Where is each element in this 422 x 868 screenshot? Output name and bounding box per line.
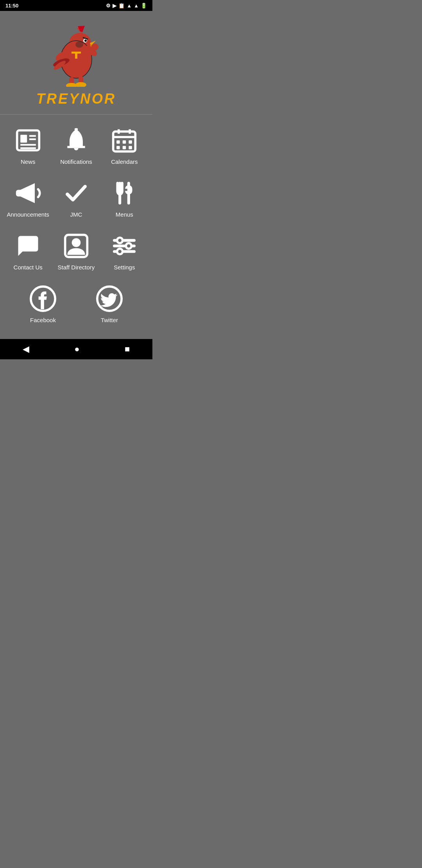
grid-row-3: Contact Us Staff Directory xyxy=(4,228,148,274)
jmc-label: JMC xyxy=(70,211,82,218)
calendars-label: Calendars xyxy=(111,158,138,165)
social-row: Facebook Twitter xyxy=(4,281,148,327)
svg-point-42 xyxy=(72,238,81,247)
staff-directory-label: Staff Directory xyxy=(58,264,95,271)
calendars-icon xyxy=(110,126,138,154)
svg-rect-35 xyxy=(129,140,132,144)
status-time: 11:50 xyxy=(5,3,18,9)
svg-point-14 xyxy=(91,43,98,50)
wifi-icon: ▲ xyxy=(127,3,132,9)
svg-point-46 xyxy=(117,238,123,243)
battery-icon: 🔋 xyxy=(141,3,147,9)
contact-us-button[interactable]: Contact Us xyxy=(7,228,50,274)
grid-row-1: News Notifications xyxy=(4,122,148,169)
jmc-button[interactable]: JMC xyxy=(55,175,98,222)
news-icon xyxy=(14,126,42,154)
contact-us-icon xyxy=(14,232,42,260)
calendars-button[interactable]: Calendars xyxy=(103,122,146,169)
announcements-button[interactable]: Announcements xyxy=(7,175,50,222)
menus-label: Menus xyxy=(116,211,133,218)
announcements-label: Announcements xyxy=(7,211,49,218)
facebook-button[interactable]: Facebook xyxy=(21,281,64,327)
svg-rect-36 xyxy=(116,146,120,149)
contact-us-label: Contact Us xyxy=(14,264,43,271)
svg-point-18 xyxy=(75,82,86,87)
svg-rect-33 xyxy=(116,140,120,144)
svg-rect-37 xyxy=(123,146,126,149)
announcements-icon xyxy=(14,179,42,207)
settings-button[interactable]: Settings xyxy=(103,228,146,274)
svg-point-47 xyxy=(126,243,132,249)
settings-icon xyxy=(110,232,138,260)
svg-point-21 xyxy=(75,41,83,48)
svg-rect-23 xyxy=(20,135,27,143)
notifications-label: Notifications xyxy=(60,158,92,165)
svg-rect-38 xyxy=(129,146,132,149)
facebook-label: Facebook xyxy=(30,317,56,323)
twitter-button[interactable]: Twitter xyxy=(88,281,131,327)
play-status-icon: ▶ xyxy=(113,3,116,9)
news-label: News xyxy=(21,158,36,165)
settings-label: Settings xyxy=(114,264,135,271)
news-button[interactable]: News xyxy=(7,122,50,169)
home-button[interactable]: ● xyxy=(66,341,87,357)
staff-directory-icon xyxy=(62,232,90,260)
school-name: TREYNOR xyxy=(36,91,116,107)
svg-point-7 xyxy=(84,39,87,42)
sim-status-icon: 📋 xyxy=(118,3,125,9)
svg-rect-10 xyxy=(75,52,77,59)
mascot-logo xyxy=(45,20,107,87)
twitter-label: Twitter xyxy=(101,317,118,323)
notifications-button[interactable]: Notifications xyxy=(55,122,98,169)
svg-point-17 xyxy=(66,83,77,87)
svg-rect-34 xyxy=(123,140,126,144)
settings-status-icon: ⚙ xyxy=(106,3,111,9)
header: TREYNOR xyxy=(0,11,152,115)
status-icons: ⚙ ▶ 📋 ▲ ▲ 🔋 xyxy=(106,3,147,9)
svg-point-48 xyxy=(117,249,123,254)
notifications-icon xyxy=(62,126,90,154)
menus-icon xyxy=(110,179,138,207)
twitter-icon xyxy=(95,285,123,313)
back-button[interactable]: ◀ xyxy=(15,341,37,357)
main-grid: News Notifications xyxy=(0,115,152,339)
facebook-icon xyxy=(29,285,57,313)
staff-directory-button[interactable]: Staff Directory xyxy=(55,228,98,274)
menus-button[interactable]: Menus xyxy=(103,175,146,222)
signal-icon: ▲ xyxy=(134,3,139,9)
recent-button[interactable]: ■ xyxy=(117,341,138,357)
grid-row-2: Announcements JMC Menus xyxy=(4,175,148,222)
status-bar: 11:50 ⚙ ▶ 📋 ▲ ▲ 🔋 xyxy=(0,0,152,11)
nav-bar: ◀ ● ■ xyxy=(0,339,152,359)
svg-rect-28 xyxy=(75,128,78,131)
jmc-icon xyxy=(62,179,90,207)
